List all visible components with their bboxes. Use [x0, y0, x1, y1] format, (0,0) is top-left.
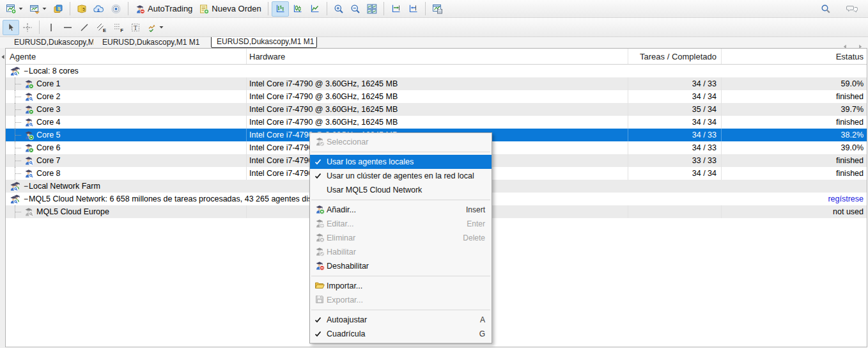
tasks-cell: 33 / 33: [628, 154, 722, 167]
tab-nav: [832, 40, 863, 48]
tasks-text: 34 / 33: [692, 143, 717, 152]
collapse-indicator[interactable]: −: [24, 182, 28, 191]
checkmark-icon: [310, 173, 327, 179]
zoom-out-button[interactable]: [347, 1, 364, 17]
toolbar-main: $5AutoTradingNueva Orden: [0, 0, 868, 18]
panel-left-strip: [0, 48, 5, 348]
mql5-community-button[interactable]: 5: [74, 1, 90, 17]
agent-cell: MQL5 Cloud Europe: [6, 205, 247, 218]
column-header[interactable]: Tareas / Completado: [628, 49, 722, 64]
column-header-label: Tareas / Completado: [640, 52, 717, 61]
status-cell: 39.7%: [722, 103, 867, 116]
agent-running-icon: [24, 143, 34, 153]
agent-running-icon: [24, 79, 34, 89]
chart-shift-button[interactable]: [405, 1, 422, 17]
menu-item-cuadricula[interactable]: CuadrículaG: [310, 327, 492, 341]
zoom-in-button[interactable]: [330, 1, 347, 17]
agent-cell: Core 8: [6, 167, 247, 180]
cloud-icon: [93, 4, 104, 14]
profiles-button[interactable]: [26, 1, 50, 17]
status-text: finished: [836, 118, 864, 127]
agent-disable-icon: [314, 260, 325, 273]
column-header[interactable]: Estatus: [722, 49, 867, 64]
text-button[interactable]: T: [127, 20, 144, 35]
collapse-indicator[interactable]: −: [24, 67, 28, 75]
menu-shortcut: G: [479, 329, 485, 338]
equidistant-channel-button[interactable]: E: [93, 20, 110, 35]
trendline-button[interactable]: [76, 20, 93, 35]
status-text: not used: [833, 207, 864, 216]
menu-item-eliminar: EliminarDelete: [310, 231, 492, 245]
agent-row[interactable]: Core 1Intel Core i7-4790 @ 3.60GHz, 1624…: [6, 77, 867, 90]
agent-row[interactable]: Core 3Intel Core i7-4790 @ 3.60GHz, 1624…: [6, 103, 867, 116]
tasks-text: 34 / 34: [692, 92, 717, 101]
fibonacci-icon: F: [113, 22, 124, 33]
menu-item-seleccionar: Seleccionar: [310, 135, 492, 149]
agent-cell: Core 6: [6, 141, 247, 154]
chart-tab[interactable]: EURUSD,Dukascopy,M1 M1: [97, 37, 207, 48]
column-header[interactable]: Agente: [6, 49, 247, 64]
chart-tab[interactable]: EURUSD,Dukascopy,M1 M1: [211, 37, 317, 48]
collapse-indicator[interactable]: −: [24, 194, 28, 203]
group-row[interactable]: −Local: 8 cores: [6, 65, 867, 77]
agent-cell: Core 1: [6, 77, 247, 90]
hardware-text: Intel Core i7-4790 @ 3.60GHz, 16245 MB: [249, 92, 398, 101]
chart-tab-label: EURUSD,Dukascopy,M1 M1: [102, 38, 199, 47]
agent-row[interactable]: Core 4Intel Core i7-4790 @ 3.60GHz, 1624…: [6, 116, 867, 129]
autotrading-button[interactable]: AutoTrading: [132, 1, 196, 17]
agent-label: Core 7: [36, 156, 61, 165]
chart-bars-button[interactable]: [272, 1, 289, 17]
agent-row[interactable]: Core 2Intel Core i7-4790 @ 3.60GHz, 1624…: [6, 90, 867, 103]
signals-button[interactable]: [107, 1, 125, 17]
toolbar-right: [809, 1, 868, 17]
tile-windows-button[interactable]: [364, 1, 380, 17]
chat-button[interactable]: [843, 1, 862, 17]
cursor-button[interactable]: [3, 20, 19, 35]
search-button[interactable]: [818, 1, 834, 17]
arrows-button[interactable]: [144, 20, 167, 35]
cloud-button[interactable]: [90, 1, 107, 17]
search-icon: [821, 4, 831, 14]
new-chart-button[interactable]: [3, 1, 26, 17]
menu-item-label: Usar los agentes locales: [327, 157, 485, 166]
new-order-button[interactable]: Nueva Orden: [196, 1, 264, 17]
chart-tab[interactable]: EURUSD,Dukascopy,M1 M1: [9, 37, 93, 48]
column-header[interactable]: Hardware: [247, 49, 628, 64]
register-link[interactable]: regístrese: [828, 194, 864, 203]
menu-item-anadir[interactable]: Añadir...Insert: [310, 203, 492, 217]
status-text: 38.2%: [841, 130, 864, 139]
agent-ready-icon: [24, 91, 34, 102]
menu-item-usar-los-agentes-locales[interactable]: Usar los agentes locales: [310, 155, 492, 169]
menu-item-importar[interactable]: Importar...: [310, 279, 492, 293]
menu-item-deshabilitar[interactable]: Deshabilitar: [310, 259, 492, 273]
tree-line: [15, 103, 22, 116]
tab-scroll-right-button[interactable]: [858, 40, 863, 48]
toolbar-separator: [384, 2, 384, 15]
menu-shortcut: Delete: [463, 233, 485, 242]
tab-scroll-left-button[interactable]: [842, 40, 848, 48]
svg-text:5: 5: [82, 6, 85, 11]
fibonacci-button[interactable]: F: [110, 20, 127, 35]
menu-item-usar-un-cluster-de-agentes-en-la-red-local[interactable]: Usar un clúster de agentes en la red loc…: [310, 169, 492, 183]
menu-item-usar-mql5-cloud-network[interactable]: Usar MQL5 Cloud Network: [310, 183, 492, 197]
crosshair-button[interactable]: [19, 20, 36, 35]
tasks-cell: 34 / 33: [628, 77, 722, 90]
autotrading-icon: [135, 4, 145, 14]
chevron-down-icon: [42, 7, 47, 10]
market-button[interactable]: $: [50, 1, 66, 17]
text-icon: T: [130, 22, 141, 33]
vertical-line-button[interactable]: [43, 20, 59, 35]
tasks-cell: 34 / 34: [628, 90, 722, 103]
group-label: Local Network Farm: [29, 182, 100, 191]
tasks-cell: 34 / 34: [628, 116, 722, 129]
templates-icon: [432, 4, 443, 14]
menu-item-exportar: Exportar...: [310, 293, 492, 307]
menu-item-autoajustar[interactable]: AutoajustarA: [310, 313, 492, 327]
agent-label: MQL5 Cloud Europe: [36, 207, 109, 216]
horizontal-line-button[interactable]: [59, 20, 76, 35]
templates-button[interactable]: [429, 1, 446, 17]
chart-candles-button[interactable]: [289, 1, 306, 17]
auto-scroll-button[interactable]: [387, 1, 405, 17]
panel-collapse-button[interactable]: [1, 51, 5, 62]
chart-line-button[interactable]: [306, 1, 323, 17]
